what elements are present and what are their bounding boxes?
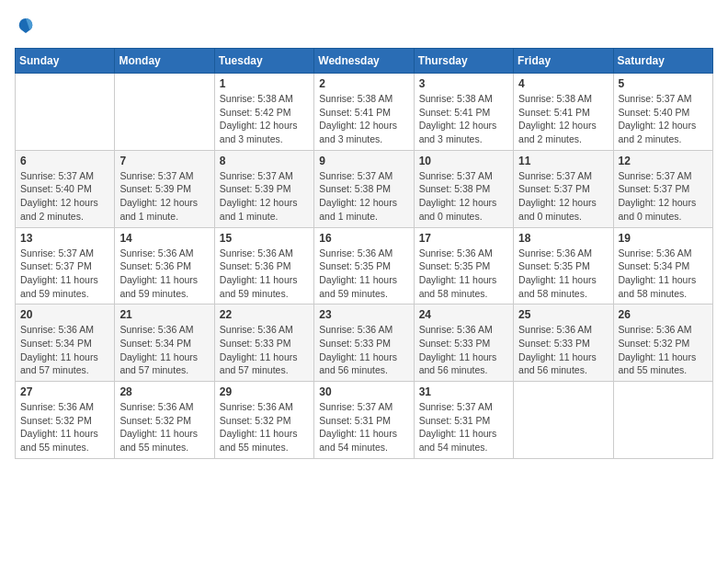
day-info: Sunrise: 5:36 AM Sunset: 5:33 PM Dayligh… (419, 323, 508, 377)
day-number: 3 (419, 77, 508, 90)
calendar-cell (16, 74, 115, 151)
calendar-cell: 19Sunrise: 5:36 AM Sunset: 5:34 PM Dayli… (613, 227, 712, 304)
calendar-cell: 10Sunrise: 5:37 AM Sunset: 5:38 PM Dayli… (414, 150, 513, 227)
day-number: 24 (419, 308, 508, 321)
calendar-cell: 30Sunrise: 5:37 AM Sunset: 5:31 PM Dayli… (314, 382, 414, 459)
day-info: Sunrise: 5:37 AM Sunset: 5:37 PM Dayligh… (619, 169, 708, 224)
day-info: Sunrise: 5:37 AM Sunset: 5:31 PM Dayligh… (419, 400, 508, 454)
weekday-header-sunday: Sunday (16, 49, 115, 74)
day-number: 28 (119, 385, 209, 398)
weekday-header-wednesday: Wednesday (314, 49, 414, 74)
day-info: Sunrise: 5:36 AM Sunset: 5:35 PM Dayligh… (518, 247, 608, 301)
weekday-row: SundayMondayTuesdayWednesdayThursdayFrid… (16, 49, 713, 74)
logo (15, 15, 40, 37)
day-number: 23 (319, 308, 408, 321)
day-number: 15 (220, 232, 309, 245)
day-info: Sunrise: 5:36 AM Sunset: 5:34 PM Dayligh… (619, 247, 708, 301)
day-info: Sunrise: 5:36 AM Sunset: 5:32 PM Dayligh… (619, 323, 708, 377)
day-number: 5 (619, 77, 708, 90)
calendar-week-4: 20Sunrise: 5:36 AM Sunset: 5:34 PM Dayli… (16, 304, 713, 382)
day-info: Sunrise: 5:37 AM Sunset: 5:31 PM Dayligh… (319, 400, 408, 454)
day-number: 21 (119, 308, 209, 321)
calendar-cell: 6Sunrise: 5:37 AM Sunset: 5:40 PM Daylig… (16, 150, 115, 227)
day-number: 17 (419, 232, 508, 245)
calendar-cell: 13Sunrise: 5:37 AM Sunset: 5:37 PM Dayli… (16, 227, 115, 304)
calendar-week-3: 13Sunrise: 5:37 AM Sunset: 5:37 PM Dayli… (16, 227, 713, 304)
weekday-header-monday: Monday (115, 49, 214, 74)
day-number: 31 (419, 385, 508, 398)
calendar-cell: 23Sunrise: 5:36 AM Sunset: 5:33 PM Dayli… (314, 304, 414, 382)
day-info: Sunrise: 5:36 AM Sunset: 5:34 PM Dayligh… (20, 323, 109, 377)
calendar-cell: 21Sunrise: 5:36 AM Sunset: 5:34 PM Dayli… (115, 304, 214, 382)
day-number: 25 (518, 308, 608, 321)
day-number: 18 (518, 232, 608, 245)
calendar-week-1: 1Sunrise: 5:38 AM Sunset: 5:42 PM Daylig… (16, 74, 713, 151)
day-number: 8 (220, 155, 309, 167)
calendar-cell: 7Sunrise: 5:37 AM Sunset: 5:39 PM Daylig… (115, 150, 214, 227)
day-number: 10 (419, 155, 508, 167)
calendar-body: 1Sunrise: 5:38 AM Sunset: 5:42 PM Daylig… (16, 74, 713, 459)
day-info: Sunrise: 5:36 AM Sunset: 5:32 PM Dayligh… (119, 400, 209, 454)
day-number: 4 (518, 77, 608, 90)
day-number: 13 (20, 232, 109, 245)
day-number: 27 (20, 385, 109, 398)
day-number: 7 (119, 155, 209, 167)
day-number: 9 (319, 155, 408, 167)
day-info: Sunrise: 5:37 AM Sunset: 5:37 PM Dayligh… (518, 169, 608, 224)
day-info: Sunrise: 5:37 AM Sunset: 5:39 PM Dayligh… (220, 169, 309, 224)
calendar-cell: 22Sunrise: 5:36 AM Sunset: 5:33 PM Dayli… (214, 304, 313, 382)
day-number: 20 (20, 308, 109, 321)
calendar-cell: 14Sunrise: 5:36 AM Sunset: 5:36 PM Dayli… (115, 227, 214, 304)
day-number: 6 (20, 155, 109, 167)
day-info: Sunrise: 5:37 AM Sunset: 5:40 PM Dayligh… (619, 92, 708, 146)
calendar-cell: 8Sunrise: 5:37 AM Sunset: 5:39 PM Daylig… (214, 150, 313, 227)
calendar-cell: 17Sunrise: 5:36 AM Sunset: 5:35 PM Dayli… (414, 227, 513, 304)
weekday-header-tuesday: Tuesday (214, 49, 313, 74)
calendar-cell (115, 74, 214, 151)
calendar-cell: 2Sunrise: 5:38 AM Sunset: 5:41 PM Daylig… (314, 74, 414, 151)
day-number: 12 (619, 155, 708, 167)
day-info: Sunrise: 5:36 AM Sunset: 5:36 PM Dayligh… (119, 247, 209, 301)
calendar-cell: 25Sunrise: 5:36 AM Sunset: 5:33 PM Dayli… (514, 304, 613, 382)
calendar-cell: 5Sunrise: 5:37 AM Sunset: 5:40 PM Daylig… (613, 74, 712, 151)
calendar-cell: 1Sunrise: 5:38 AM Sunset: 5:42 PM Daylig… (214, 74, 313, 151)
day-info: Sunrise: 5:36 AM Sunset: 5:35 PM Dayligh… (419, 247, 508, 301)
calendar-cell: 15Sunrise: 5:36 AM Sunset: 5:36 PM Dayli… (214, 227, 313, 304)
day-info: Sunrise: 5:36 AM Sunset: 5:32 PM Dayligh… (220, 400, 309, 454)
day-number: 30 (319, 385, 408, 398)
weekday-header-thursday: Thursday (414, 49, 513, 74)
day-info: Sunrise: 5:38 AM Sunset: 5:41 PM Dayligh… (319, 92, 408, 146)
calendar-cell: 20Sunrise: 5:36 AM Sunset: 5:34 PM Dayli… (16, 304, 115, 382)
calendar-cell: 26Sunrise: 5:36 AM Sunset: 5:32 PM Dayli… (613, 304, 712, 382)
day-info: Sunrise: 5:36 AM Sunset: 5:32 PM Dayligh… (20, 400, 109, 454)
calendar-header: SundayMondayTuesdayWednesdayThursdayFrid… (16, 49, 713, 74)
day-number: 14 (119, 232, 209, 245)
day-info: Sunrise: 5:37 AM Sunset: 5:38 PM Dayligh… (319, 169, 408, 224)
day-info: Sunrise: 5:36 AM Sunset: 5:33 PM Dayligh… (319, 323, 408, 377)
calendar-cell: 29Sunrise: 5:36 AM Sunset: 5:32 PM Dayli… (214, 382, 313, 459)
calendar-cell: 18Sunrise: 5:36 AM Sunset: 5:35 PM Dayli… (514, 227, 613, 304)
day-number: 22 (220, 308, 309, 321)
calendar-cell: 16Sunrise: 5:36 AM Sunset: 5:35 PM Dayli… (314, 227, 414, 304)
day-info: Sunrise: 5:36 AM Sunset: 5:33 PM Dayligh… (220, 323, 309, 377)
calendar-cell: 28Sunrise: 5:36 AM Sunset: 5:32 PM Dayli… (115, 382, 214, 459)
day-number: 2 (319, 77, 408, 90)
day-number: 26 (619, 308, 708, 321)
calendar-cell (613, 382, 712, 459)
day-info: Sunrise: 5:37 AM Sunset: 5:40 PM Dayligh… (20, 169, 109, 224)
day-info: Sunrise: 5:37 AM Sunset: 5:37 PM Dayligh… (20, 247, 109, 301)
calendar-cell: 4Sunrise: 5:38 AM Sunset: 5:41 PM Daylig… (514, 74, 613, 151)
calendar-table: SundayMondayTuesdayWednesdayThursdayFrid… (15, 48, 713, 459)
calendar-week-5: 27Sunrise: 5:36 AM Sunset: 5:32 PM Dayli… (16, 382, 713, 459)
calendar-cell (514, 382, 613, 459)
day-info: Sunrise: 5:36 AM Sunset: 5:35 PM Dayligh… (319, 247, 408, 301)
day-info: Sunrise: 5:37 AM Sunset: 5:38 PM Dayligh… (419, 169, 508, 224)
day-number: 29 (220, 385, 309, 398)
calendar-cell: 3Sunrise: 5:38 AM Sunset: 5:41 PM Daylig… (414, 74, 513, 151)
day-info: Sunrise: 5:38 AM Sunset: 5:42 PM Dayligh… (220, 92, 309, 146)
calendar-week-2: 6Sunrise: 5:37 AM Sunset: 5:40 PM Daylig… (16, 150, 713, 227)
day-info: Sunrise: 5:38 AM Sunset: 5:41 PM Dayligh… (419, 92, 508, 146)
weekday-header-saturday: Saturday (613, 49, 712, 74)
calendar-cell: 31Sunrise: 5:37 AM Sunset: 5:31 PM Dayli… (414, 382, 513, 459)
calendar-cell: 12Sunrise: 5:37 AM Sunset: 5:37 PM Dayli… (613, 150, 712, 227)
